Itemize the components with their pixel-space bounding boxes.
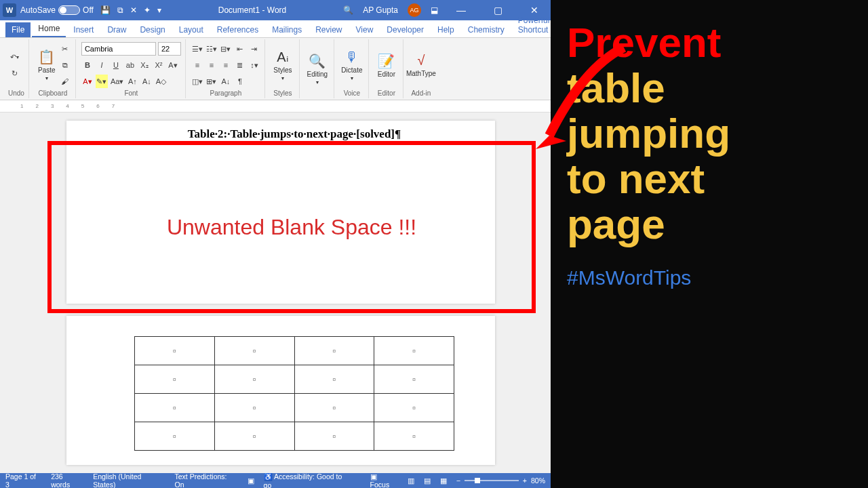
horizontal-ruler[interactable]: 1234567 bbox=[0, 100, 551, 113]
align-left-button[interactable]: ≡ bbox=[191, 58, 203, 72]
line-spacing-button[interactable]: ↕▾ bbox=[248, 58, 260, 72]
print-layout-icon[interactable]: ▤ bbox=[424, 476, 431, 485]
user-avatar[interactable]: AG bbox=[408, 3, 421, 17]
tab-developer[interactable]: Developer bbox=[380, 22, 430, 37]
group-label: Add-in bbox=[409, 89, 433, 98]
autosave-toggle[interactable]: AutoSave Off bbox=[20, 5, 94, 15]
decrease-indent-button[interactable]: ⇤ bbox=[234, 42, 246, 56]
ribbon-display-button[interactable]: ⬓ bbox=[431, 5, 438, 15]
sort-button[interactable]: A↓ bbox=[220, 75, 232, 88]
tab-review[interactable]: Review bbox=[309, 22, 348, 37]
text-predictions[interactable]: Text Predictions: On bbox=[175, 472, 238, 488]
increase-indent-button[interactable]: ⇥ bbox=[248, 42, 260, 56]
maximize-button[interactable]: ▢ bbox=[484, 5, 511, 16]
titlebar: W AutoSave Off 💾 ⧉ ✕ ✦ ▾ Document1 - Wor… bbox=[0, 0, 551, 20]
document-heading[interactable]: Table·2:·Table·jumps·to·next·page·[solve… bbox=[134, 127, 454, 141]
subscript-button[interactable]: X₂ bbox=[138, 58, 151, 72]
mathtype-icon: √ bbox=[417, 53, 425, 68]
language-indicator[interactable]: English (United States) bbox=[93, 472, 165, 488]
ribbon: ↶▾ ↻ Undo 📋Paste▾ ✂ ⧉ 🖌 Clipboard bbox=[0, 38, 551, 100]
read-mode-icon[interactable]: ▥ bbox=[408, 476, 414, 485]
tab-design[interactable]: Design bbox=[134, 22, 171, 37]
font-name-select[interactable] bbox=[81, 42, 156, 56]
shading-button[interactable]: ◫▾ bbox=[191, 75, 203, 88]
align-right-button[interactable]: ≡ bbox=[220, 58, 232, 72]
tab-insert[interactable]: Insert bbox=[67, 22, 100, 37]
grow-font-button[interactable]: A↑ bbox=[126, 75, 138, 88]
group-label bbox=[305, 97, 330, 98]
numbering-button[interactable]: ☷▾ bbox=[205, 42, 218, 56]
tab-mailings[interactable]: Mailings bbox=[266, 22, 308, 37]
group-styles: AᵢStyles▾ Styles bbox=[267, 39, 300, 98]
zoom-slider[interactable] bbox=[465, 480, 519, 481]
copy-button[interactable]: ⧉ bbox=[59, 58, 71, 72]
tab-help[interactable]: Help bbox=[431, 22, 460, 37]
underline-button[interactable]: U bbox=[110, 58, 122, 72]
text-effects-button[interactable]: A▾ bbox=[167, 58, 179, 72]
editing-button[interactable]: 🔍Editing▾ bbox=[305, 49, 330, 89]
tab-view[interactable]: View bbox=[350, 22, 380, 37]
font-size-select[interactable] bbox=[158, 42, 181, 56]
word-count[interactable]: 236 words bbox=[51, 472, 83, 488]
styles-icon: Aᵢ bbox=[277, 49, 288, 65]
superscript-button[interactable]: X² bbox=[153, 58, 165, 72]
show-marks-button[interactable]: ¶ bbox=[234, 75, 246, 88]
table-row: ¤¤¤¤ bbox=[135, 337, 454, 365]
tab-layout[interactable]: Layout bbox=[173, 22, 210, 37]
borders-button[interactable]: ⊞▾ bbox=[205, 75, 218, 88]
tab-draw[interactable]: Draw bbox=[101, 22, 132, 37]
zoom-control[interactable]: − + 80% bbox=[456, 476, 545, 485]
styles-button[interactable]: AᵢStyles▾ bbox=[271, 45, 295, 85]
multilevel-button[interactable]: ⊟▾ bbox=[220, 42, 232, 56]
focus-mode-button[interactable]: ▣ Focus bbox=[370, 472, 398, 488]
zoom-level[interactable]: 80% bbox=[531, 476, 545, 485]
redo-button[interactable]: ↻ bbox=[8, 66, 20, 80]
document-title: Document1 - Word bbox=[161, 5, 343, 15]
qat-button[interactable]: ⧉ bbox=[117, 5, 123, 15]
qat-button[interactable]: ✦ bbox=[144, 5, 151, 15]
font-color-button[interactable]: A▾ bbox=[81, 75, 94, 88]
bullets-button[interactable]: ☰▾ bbox=[191, 42, 203, 56]
highlight-button[interactable]: ✎▾ bbox=[96, 75, 108, 88]
zoom-out-icon[interactable]: − bbox=[456, 476, 460, 485]
document-table[interactable]: ¤¤¤¤ ¤¤¤¤ ¤¤¤¤ ¤¤¤¤ bbox=[134, 336, 454, 451]
italic-button[interactable]: I bbox=[96, 58, 108, 72]
dictate-button[interactable]: 🎙Dictate▾ bbox=[340, 45, 364, 85]
group-paragraph: ☰▾ ☷▾ ⊟▾ ⇤ ⇥ ≡ ≡ ≡ ≣ ↕▾ ◫▾ ⊞▾ A↓ ¶ bbox=[187, 39, 265, 98]
table-row: ¤¤¤¤ bbox=[135, 365, 454, 394]
change-case-button[interactable]: Aa▾ bbox=[110, 75, 124, 88]
caption-line: page bbox=[567, 202, 852, 247]
clear-formatting-button[interactable]: A◇ bbox=[155, 75, 167, 88]
align-center-button[interactable]: ≡ bbox=[205, 58, 218, 72]
tab-powerful-shortcut[interactable]: Powerful Shortcut bbox=[512, 13, 556, 37]
search-icon[interactable]: 🔍 bbox=[343, 5, 353, 15]
tab-references[interactable]: References bbox=[211, 22, 264, 37]
word-application-window: W AutoSave Off 💾 ⧉ ✕ ✦ ▾ Document1 - Wor… bbox=[0, 0, 551, 488]
bold-button[interactable]: B bbox=[81, 58, 94, 72]
editor-button[interactable]: 📝Editor bbox=[374, 45, 399, 85]
tab-file[interactable]: File bbox=[5, 22, 31, 37]
tab-chemistry[interactable]: Chemistry bbox=[462, 22, 511, 37]
web-layout-icon[interactable]: ▦ bbox=[440, 476, 447, 485]
mathtype-button[interactable]: √MathType bbox=[409, 45, 433, 85]
group-label: Editor bbox=[374, 89, 399, 98]
shrink-font-button[interactable]: A↓ bbox=[140, 75, 153, 88]
accessibility-status[interactable]: ♿ Accessibility: Good to go bbox=[264, 472, 351, 489]
page-2: ¤¤¤¤ ¤¤¤¤ ¤¤¤¤ ¤¤¤¤ bbox=[66, 316, 495, 465]
paste-button[interactable]: 📋Paste▾ bbox=[35, 45, 59, 85]
qat-close-icon[interactable]: ✕ bbox=[130, 5, 137, 15]
save-icon[interactable]: 💾 bbox=[100, 5, 111, 15]
group-clipboard: 📋Paste▾ ✂ ⧉ 🖌 Clipboard bbox=[31, 39, 76, 98]
zoom-in-icon[interactable]: + bbox=[523, 476, 527, 485]
page-indicator[interactable]: Page 1 of 3 bbox=[5, 472, 41, 488]
undo-button[interactable]: ↶▾ bbox=[8, 50, 20, 64]
justify-button[interactable]: ≣ bbox=[234, 58, 246, 72]
tab-home[interactable]: Home bbox=[32, 21, 66, 37]
strikethrough-button[interactable]: ab bbox=[124, 58, 136, 72]
minimize-button[interactable]: — bbox=[448, 5, 475, 16]
format-painter-button[interactable]: 🖌 bbox=[59, 75, 71, 88]
table-row: ¤¤¤¤ bbox=[135, 422, 454, 451]
cut-button[interactable]: ✂ bbox=[59, 42, 71, 56]
macro-icon[interactable]: ▣ bbox=[248, 476, 254, 485]
document-area[interactable]: Table·2:·Table·jumps·to·next·page·[solve… bbox=[0, 113, 551, 473]
